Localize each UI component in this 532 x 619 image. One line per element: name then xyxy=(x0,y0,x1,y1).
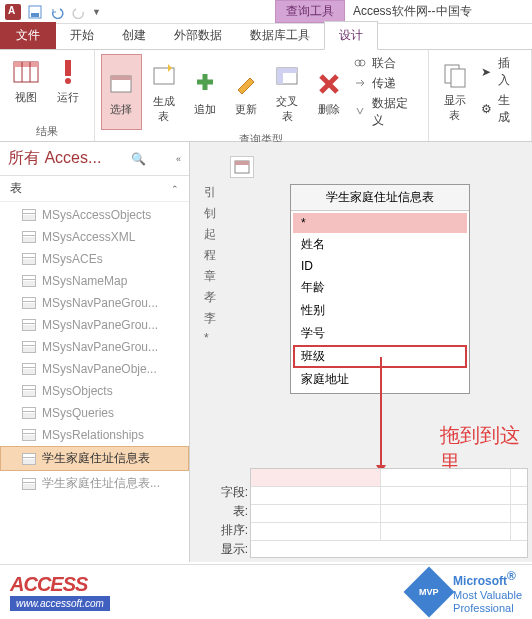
build-row-button[interactable]: ⚙生成 xyxy=(477,91,525,127)
query-design-grid[interactable] xyxy=(250,468,528,558)
undo-icon[interactable] xyxy=(48,3,66,21)
grid-cell[interactable] xyxy=(381,469,511,486)
grid-cell[interactable] xyxy=(381,487,511,504)
field-item[interactable]: ID xyxy=(293,256,467,276)
field-item[interactable]: 姓名 xyxy=(293,233,467,256)
passthrough-icon xyxy=(354,77,368,91)
run-icon xyxy=(52,56,84,88)
ribbon-tabs: 文件 开始 创建 外部数据 数据库工具 设计 xyxy=(0,24,532,50)
field-item[interactable]: 性别 xyxy=(293,299,467,322)
nav-item[interactable]: MSysAccessObjects xyxy=(0,204,189,226)
delete-icon xyxy=(313,68,345,100)
search-icon[interactable]: 🔍 xyxy=(131,152,146,166)
tab-dbtools[interactable]: 数据库工具 xyxy=(236,22,324,49)
quick-access-toolbar: ▼ xyxy=(0,3,105,21)
nav-item[interactable]: MSysAccessXML xyxy=(0,226,189,248)
navigation-pane: 所有 Acces... 🔍 « 表 ⌃ MSysAccessObjects MS… xyxy=(0,142,190,562)
maketable-icon xyxy=(148,60,180,92)
svg-point-7 xyxy=(65,78,71,84)
passthrough-button[interactable]: 传递 xyxy=(350,74,421,93)
union-button[interactable]: 联合 xyxy=(350,54,421,73)
nav-section-tables[interactable]: 表 ⌃ xyxy=(0,176,189,202)
tab-start[interactable]: 开始 xyxy=(56,22,108,49)
field-list-title: 学生家庭住址信息表 xyxy=(291,185,469,211)
crosstab-icon xyxy=(271,60,303,92)
grid-cell-show[interactable] xyxy=(251,523,381,540)
svg-rect-10 xyxy=(154,68,174,84)
window-title: Access软件网--中国专 xyxy=(353,3,472,20)
save-icon[interactable] xyxy=(26,3,44,21)
field-item[interactable]: 年龄 xyxy=(293,276,467,299)
tab-file[interactable]: 文件 xyxy=(0,22,56,49)
update-icon xyxy=(230,68,262,100)
redo-icon[interactable] xyxy=(70,3,88,21)
app-icon[interactable] xyxy=(4,3,22,21)
access-logo: ACCESS www.accessoft.com xyxy=(10,573,110,611)
nav-item[interactable]: MSysNameMap xyxy=(0,270,189,292)
showtable-button[interactable]: 显示表 xyxy=(435,54,475,127)
svg-rect-3 xyxy=(14,62,38,67)
select-query-button[interactable]: 选择 xyxy=(101,54,142,130)
nav-list: MSysAccessObjects MSysAccessXML MSysACEs… xyxy=(0,202,189,498)
append-button[interactable]: 追加 xyxy=(186,54,225,130)
nav-item[interactable]: MSysObjects xyxy=(0,380,189,402)
nav-collapse-icon[interactable]: « xyxy=(176,154,181,164)
table-icon xyxy=(22,385,36,397)
append-icon xyxy=(189,68,221,100)
title-bar: ▼ 查询工具 Access软件网--中国专 xyxy=(0,0,532,24)
grid-cell-field[interactable] xyxy=(251,469,381,486)
tab-design[interactable]: 设计 xyxy=(324,21,378,50)
run-button[interactable]: 运行 xyxy=(48,54,88,107)
table-icon xyxy=(22,341,36,353)
nav-item-selected[interactable]: 学生家庭住址信息表 xyxy=(0,446,189,471)
datadef-icon xyxy=(354,105,367,119)
query-design-surface[interactable]: 引 钊 起 程 章 孝 李 * 学生家庭住址信息表 * 姓名 ID 年龄 性别 … xyxy=(190,142,532,562)
row-ops-list: ➤插入 ⚙生成 xyxy=(477,54,525,127)
tab-create[interactable]: 创建 xyxy=(108,22,160,49)
grid-cell[interactable] xyxy=(381,505,511,522)
document-tab-icon[interactable] xyxy=(230,156,254,178)
field-item[interactable]: 学号 xyxy=(293,322,467,345)
side-column: 引 钊 起 程 章 孝 李 * xyxy=(204,184,220,345)
insert-row-button[interactable]: ➤插入 xyxy=(477,54,525,90)
svg-rect-19 xyxy=(235,161,249,165)
update-button[interactable]: 更新 xyxy=(227,54,266,130)
build-icon: ⚙ xyxy=(481,102,494,116)
field-item-all[interactable]: * xyxy=(293,213,467,233)
nav-item[interactable]: MSysNavPaneGrou... xyxy=(0,314,189,336)
nav-item[interactable]: MSysRelationships xyxy=(0,424,189,446)
svg-rect-13 xyxy=(277,68,297,73)
table-icon xyxy=(22,319,36,331)
grid-cell[interactable] xyxy=(381,523,511,540)
datadef-button[interactable]: 数据定义 xyxy=(350,94,421,130)
delete-button[interactable]: 删除 xyxy=(309,54,348,130)
svg-rect-6 xyxy=(65,60,71,76)
grid-cell-table[interactable] xyxy=(251,487,381,504)
nav-item[interactable]: MSysACEs xyxy=(0,248,189,270)
table-icon xyxy=(22,478,36,490)
datasheet-icon xyxy=(10,56,42,88)
nav-header[interactable]: 所有 Acces... 🔍 « xyxy=(0,142,189,176)
nav-item[interactable]: MSysQueries xyxy=(0,402,189,424)
nav-item[interactable]: MSysNavPaneGrou... xyxy=(0,336,189,358)
ribbon: 视图 运行 结果 选择 生成表 追加 更新 xyxy=(0,50,532,142)
insert-row-icon: ➤ xyxy=(481,65,494,79)
ribbon-group-results: 视图 运行 结果 xyxy=(0,50,95,141)
table-icon xyxy=(22,363,36,375)
qat-dropdown-icon[interactable]: ▼ xyxy=(92,7,101,17)
mvp-logo: MVP Microsoft® Most Valuable Professiona… xyxy=(411,569,522,615)
section-collapse-icon[interactable]: ⌃ xyxy=(171,184,179,194)
footer-watermark: ACCESS www.accessoft.com MVP Microsoft® … xyxy=(0,564,532,619)
nav-item[interactable]: MSysNavPaneGrou... xyxy=(0,292,189,314)
tab-external[interactable]: 外部数据 xyxy=(160,22,236,49)
nav-item[interactable]: MSysNavPaneObje... xyxy=(0,358,189,380)
query-grid-labels: 字段: 表: 排序: 显示: xyxy=(204,484,248,558)
nav-item[interactable]: 学生家庭住址信息表... xyxy=(0,471,189,496)
view-button[interactable]: 视图 xyxy=(6,54,46,107)
maketable-button[interactable]: 生成表 xyxy=(144,54,184,130)
table-icon xyxy=(22,297,36,309)
table-icon xyxy=(22,231,36,243)
table-icon xyxy=(22,275,36,287)
grid-cell-sort[interactable] xyxy=(251,505,381,522)
crosstab-button[interactable]: 交叉表 xyxy=(267,54,307,130)
